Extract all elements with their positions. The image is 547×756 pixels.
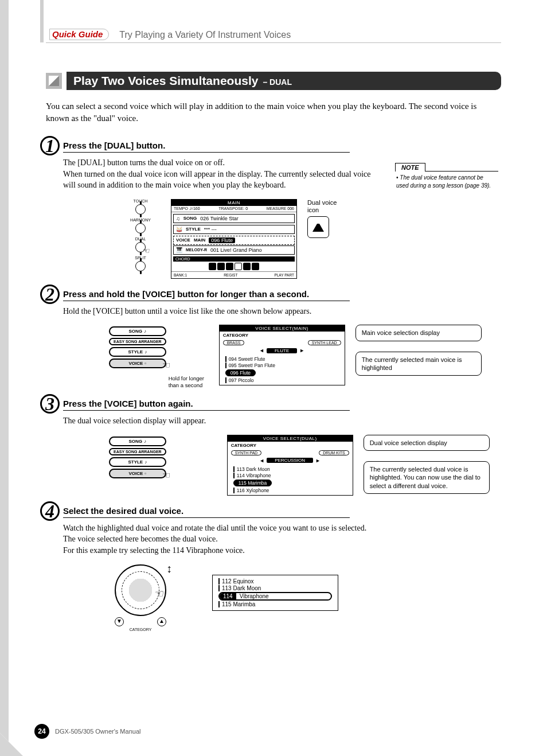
page-number: 24 — [34, 724, 49, 739]
step-2: 2 Press and hold the [VOICE] button for … — [63, 289, 501, 317]
dial-category: CATEGORY — [115, 628, 166, 632]
panel-buttons: SONG ♪ EASY SONG ARRANGER STYLE ♪ VOICE … — [109, 325, 166, 381]
vsm-title: VOICE SELECT(MAIN) — [220, 325, 345, 332]
song-button[interactable]: SONG ♪ — [109, 437, 166, 446]
finger-icon: ☜ — [162, 470, 170, 480]
quick-guide-label: Quick Guide — [52, 29, 103, 39]
melody-label: MELODY-R — [186, 248, 207, 252]
callout-main-voice: Main voice selection display — [355, 325, 482, 341]
touch-button[interactable] — [135, 204, 146, 215]
voice-select-main-display: VOICE SELECT(MAIN) CATEGORY BRASS SYNTH … — [219, 325, 345, 385]
voice-button[interactable]: VOICE ▫ — [109, 358, 166, 368]
chord-label: CHORD — [173, 256, 295, 262]
vsd-item-115: 115 Marimba — [233, 480, 272, 486]
section-subtitle: – DUAL — [263, 77, 292, 87]
main-value: 096 Flute — [209, 237, 235, 243]
step-4: 4 Select the desired dual voice. Watch t… — [63, 506, 501, 556]
vsd-cat-right: DRUM KITS — [319, 450, 349, 455]
final-item-114-name: Vibraphone — [236, 593, 272, 599]
easy-arranger-button[interactable]: EASY SONG ARRANGER — [109, 338, 166, 345]
step-3: 3 Press the [VOICE] button again. The du… — [63, 399, 501, 427]
final-item-114-num: 114 — [220, 593, 236, 599]
dual-icon-callout: Dual voice icon — [307, 199, 342, 238]
vsm-item-095: 095 Sweet! Pan Flute — [225, 363, 339, 368]
vsd-item-114: 114 Vibraphone — [233, 473, 347, 478]
figure-step4: ☜ ↕ ▼ ▲ CATEGORY 112 Equinox 113 Dark Mo… — [115, 564, 501, 632]
panel-buttons-2: SONG ♪ EASY SONG ARRANGER STYLE ♪ VOICE … — [109, 435, 166, 491]
playpart: PLAY PART — [274, 273, 294, 277]
dual-icon-label: Dual voice icon — [307, 199, 342, 214]
callout-highlighted-dual: The currently selected dual voice is hig… — [364, 461, 490, 494]
display-title: MAIN — [171, 200, 296, 206]
page-bleed — [0, 0, 9, 756]
style-value: *** --- — [204, 227, 217, 232]
icon-row — [171, 262, 296, 271]
step-1-body: The [DUAL] button turns the dual voice o… — [63, 157, 373, 191]
footer-model: DGX-505/305 Owner's Manual — [55, 728, 140, 735]
step-1-head: Press the [DUAL] button. — [63, 141, 350, 153]
main-label: MAIN — [194, 237, 205, 243]
voice-button[interactable]: VOICE ▫ — [109, 469, 166, 478]
main-display: MAIN TEMPO ♩=160 TRANSPOSE: 0 MEASURE 00… — [171, 199, 297, 279]
section-intro: You can select a second voice which will… — [46, 100, 501, 124]
vsm-cat-left: BRASS — [223, 340, 245, 345]
regist: REGIST — [224, 273, 237, 277]
final-item-113: 113 Dark Moon — [218, 585, 332, 591]
vsm-cat-right: SYNTH LEAD — [308, 340, 341, 345]
song-label: SONG — [183, 216, 197, 221]
section-title: Play Two Voices Simultaneously — [73, 74, 259, 88]
callout-highlighted-main: The currently selected main voice is hig… — [355, 352, 482, 376]
button-column: TOUCH HARMONY DUAL ☜ SPLIT — [120, 199, 161, 275]
finger-icon: ☜ — [155, 587, 165, 598]
style-button[interactable]: STYLE ♪ — [109, 457, 166, 467]
final-item-112: 112 Equinox — [218, 578, 332, 584]
vsd-cat-selected: PERCUSSION — [267, 458, 313, 463]
section-heading: Play Two Voices Simultaneously – DUAL — [46, 72, 501, 90]
finger-icon: ☜ — [162, 360, 170, 370]
figure-step1: TOUCH HARMONY DUAL ☜ SPLIT MAIN TEMPO ♩=… — [120, 199, 501, 279]
transpose: TRANSPOSE: 0 — [218, 206, 248, 211]
step-4-head: Select the desired dual voice. — [63, 506, 350, 518]
melody-value: 001 Live! Grand Piano — [210, 247, 262, 253]
quick-guide-tab: Quick Guide — [46, 29, 109, 40]
style-label: STYLE — [186, 227, 201, 232]
measure: MEASURE 006 — [267, 206, 294, 211]
dial-figure: ☜ ↕ ▼ ▲ CATEGORY — [115, 564, 166, 632]
finger-icon: ☜ — [141, 246, 151, 256]
vsm-cat-selected: FLUTE — [267, 348, 297, 353]
step-4-number: 4 — [45, 501, 54, 521]
step-4-body: Watch the highlighted dual voice and rot… — [63, 523, 373, 556]
step-1-number: 1 — [45, 135, 54, 156]
vsm-item-096: 096 Flute — [225, 369, 256, 376]
voice-label: VOICE — [176, 237, 190, 243]
callout-dual-voice: Dual voice selection display — [364, 435, 490, 451]
final-item-115: 115 Marimba — [218, 601, 332, 607]
step-1: 1 Press the [DUAL] button. The [DUAL] bu… — [63, 141, 501, 191]
split-button[interactable] — [135, 261, 146, 271]
song-button[interactable]: SONG ♪ — [109, 326, 166, 336]
song-value: 026 Twinkle Star — [200, 216, 238, 221]
manual-page: Quick Guide Try Playing a Variety Of Ins… — [0, 0, 547, 756]
page-header: Quick Guide Try Playing a Variety Of Ins… — [46, 29, 501, 43]
vsd-cat-left: SYNTH PAD — [231, 450, 262, 455]
final-item-114: 114 Vibraphone — [218, 592, 332, 601]
vsd-item-113: 113 Dark Moon — [233, 466, 347, 472]
easy-arranger-button[interactable]: EASY SONG ARRANGER — [109, 448, 166, 455]
vsm-item-094: 094 Sweet! Flute — [225, 356, 339, 362]
step-2-body: Hold the [VOICE] button until a voice li… — [63, 306, 373, 317]
vsd-category: CATEGORY — [228, 442, 353, 449]
figure-step2: SONG ♪ EASY SONG ARRANGER STYLE ♪ VOICE … — [109, 325, 501, 388]
step-3-head: Press the [VOICE] button again. — [63, 399, 350, 411]
step-2-head: Press and hold the [VOICE] button for lo… — [63, 289, 350, 301]
harmony-button[interactable] — [135, 223, 146, 233]
page-footer: 24 DGX-505/305 Owner's Manual — [34, 724, 140, 739]
voice-select-dual-display: VOICE SELECT(DUAL) CATEGORY SYNTH PAD DR… — [227, 435, 353, 496]
bank: BANK:1 — [174, 273, 187, 277]
step-3-number: 3 — [45, 393, 54, 414]
vsm-item-097: 097 Piccolo — [225, 377, 339, 383]
header-title: Try Playing a Variety Of Instrument Voic… — [119, 30, 291, 40]
tempo: TEMPO ♩=160 — [174, 206, 200, 211]
vsd-title: VOICE SELECT(DUAL) — [228, 435, 353, 442]
vsm-category: CATEGORY — [220, 332, 345, 339]
style-button[interactable]: STYLE ♪ — [109, 347, 166, 357]
